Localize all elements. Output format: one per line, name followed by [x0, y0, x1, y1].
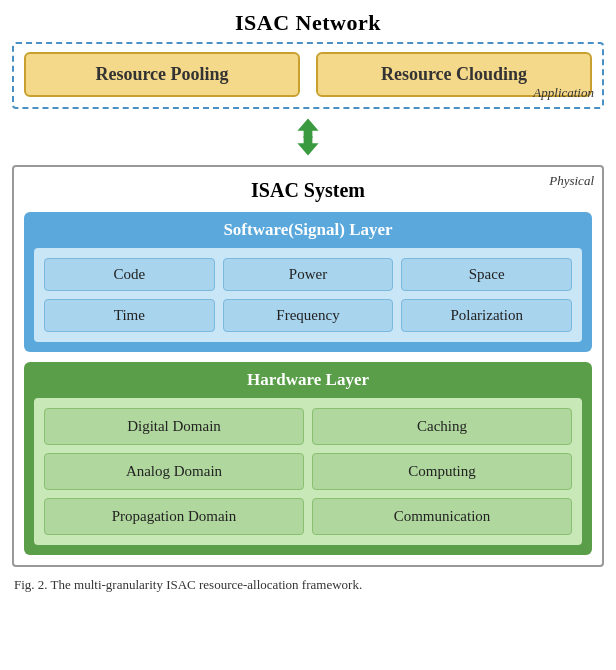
hardware-item-propagation: Propagation Domain: [44, 498, 304, 535]
signal-item-polarization: Polarization: [401, 299, 572, 332]
hardware-layer: Hardware Layer Digital Domain Caching An…: [24, 362, 592, 555]
hardware-item-analog: Analog Domain: [44, 453, 304, 490]
hardware-item-computing: Computing: [312, 453, 572, 490]
hardware-layer-title: Hardware Layer: [34, 370, 582, 390]
hardware-item-caching: Caching: [312, 408, 572, 445]
arrow-container: [290, 115, 326, 159]
svg-marker-1: [297, 136, 318, 155]
page-title: ISAC Network: [235, 10, 381, 36]
figure-caption: Fig. 2. The multi-granularity ISAC resou…: [12, 577, 604, 593]
resource-row: Resource Pooling Resource Clouding: [24, 52, 592, 97]
signal-item-frequency: Frequency: [223, 299, 394, 332]
hardware-item-communication: Communication: [312, 498, 572, 535]
hardware-grid: Digital Domain Caching Analog Domain Com…: [34, 398, 582, 545]
signal-item-time: Time: [44, 299, 215, 332]
double-arrow-icon: [290, 115, 326, 159]
signal-item-space: Space: [401, 258, 572, 291]
software-layer-title: Software(Signal) Layer: [34, 220, 582, 240]
isac-system-title: ISAC System: [24, 179, 592, 202]
physical-box: Physical ISAC System Software(Signal) La…: [12, 165, 604, 567]
application-box: Resource Pooling Resource Clouding Appli…: [12, 42, 604, 109]
hardware-item-digital: Digital Domain: [44, 408, 304, 445]
svg-marker-0: [297, 119, 318, 138]
signal-item-power: Power: [223, 258, 394, 291]
software-layer: Software(Signal) Layer Code Power Space …: [24, 212, 592, 352]
resource-pooling-box: Resource Pooling: [24, 52, 300, 97]
physical-label: Physical: [549, 173, 594, 189]
application-label: Application: [533, 85, 594, 101]
signal-item-code: Code: [44, 258, 215, 291]
signal-grid: Code Power Space Time Frequency Polariza…: [34, 248, 582, 342]
